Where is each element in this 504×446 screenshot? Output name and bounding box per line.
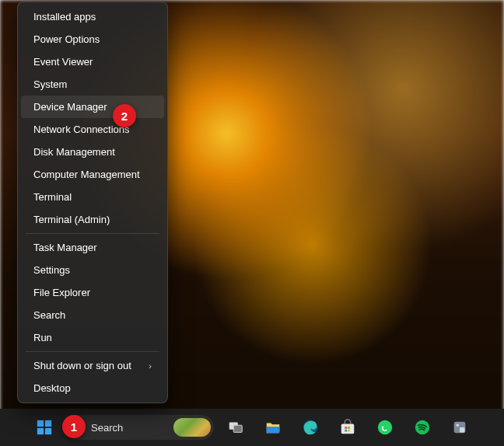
menu-separator (26, 233, 159, 234)
whatsapp-button[interactable] (369, 412, 401, 443)
svg-rect-10 (341, 423, 355, 434)
menu-separator (26, 351, 159, 352)
file-explorer-button[interactable] (257, 412, 289, 443)
app-button[interactable] (444, 412, 475, 443)
menu-item[interactable]: Terminal (21, 186, 164, 208)
folder-icon (264, 419, 282, 436)
svg-rect-13 (345, 430, 347, 432)
svg-rect-14 (348, 430, 350, 432)
spotify-icon (414, 419, 431, 436)
menu-item[interactable]: Shut down or sign out› (21, 354, 164, 377)
menu-item-label: Settings (33, 264, 70, 276)
menu-item[interactable]: System (21, 73, 164, 96)
winx-context-menu: Installed appsPower OptionsEvent ViewerS… (17, 2, 168, 403)
taskbar-search[interactable]: Search (66, 415, 214, 440)
menu-item[interactable]: Device Manager (21, 96, 164, 118)
svg-rect-0 (37, 420, 44, 427)
menu-item-label: Task Manager (33, 242, 97, 253)
menu-item-label: Run (33, 332, 52, 343)
spotify-button[interactable] (407, 412, 438, 443)
start-button[interactable] (29, 412, 60, 443)
menu-item[interactable]: Search (21, 304, 164, 326)
menu-item[interactable]: Terminal (Admin) (21, 208, 164, 231)
menu-item[interactable]: Disk Management (21, 141, 164, 163)
svg-rect-3 (45, 428, 51, 434)
store-button[interactable] (332, 412, 363, 443)
menu-item[interactable]: Task Manager (21, 236, 164, 259)
chevron-right-icon: › (149, 361, 152, 371)
menu-item-label: Search (33, 309, 65, 321)
menu-item-label: Shut down or sign out (33, 360, 131, 371)
callout-badge-2: 2 (113, 104, 136, 127)
task-view-button[interactable] (220, 412, 251, 443)
menu-item[interactable]: Installed apps (21, 5, 164, 28)
callout-badge-1: 1 (62, 415, 86, 438)
callout-number: 2 (121, 110, 128, 123)
menu-item-label: File Explorer (33, 287, 90, 298)
menu-item-label: Network Connections (33, 124, 130, 135)
svg-rect-19 (460, 427, 464, 432)
menu-item-label: Terminal (Admin) (33, 214, 110, 225)
menu-item[interactable]: Run (21, 326, 164, 349)
menu-item[interactable]: Event Viewer (21, 51, 164, 73)
windows-icon (36, 419, 53, 436)
task-view-icon (227, 419, 244, 436)
menu-item-label: System (33, 78, 67, 90)
menu-item-label: Disk Management (33, 146, 115, 158)
edge-icon (302, 419, 319, 436)
search-decor-image (173, 418, 211, 437)
menu-item-label: Terminal (33, 191, 72, 203)
menu-item-label: Installed apps (33, 11, 96, 23)
svg-rect-11 (345, 427, 347, 429)
menu-item[interactable]: File Explorer (21, 281, 164, 304)
whatsapp-icon (376, 419, 394, 436)
app-icon (451, 419, 468, 436)
svg-rect-7 (233, 425, 242, 432)
menu-item-label: Device Manager (33, 101, 107, 113)
callout-number: 1 (71, 420, 77, 434)
store-icon (339, 419, 356, 436)
svg-rect-1 (45, 420, 51, 427)
svg-point-18 (456, 423, 459, 427)
edge-button[interactable] (295, 412, 326, 443)
menu-item[interactable]: Computer Management (21, 163, 164, 186)
search-placeholder: Search (91, 422, 123, 434)
svg-rect-8 (267, 427, 280, 433)
menu-item[interactable]: Network Connections (21, 118, 164, 141)
svg-rect-2 (37, 428, 44, 434)
menu-item[interactable]: Settings (21, 259, 164, 281)
menu-item-label: Desktop (33, 382, 71, 394)
svg-point-15 (378, 420, 392, 434)
svg-rect-12 (348, 427, 350, 429)
menu-item-label: Power Options (33, 33, 100, 45)
menu-item-label: Computer Management (33, 169, 140, 180)
menu-item-label: Event Viewer (33, 56, 93, 68)
menu-item[interactable]: Power Options (21, 28, 164, 51)
menu-item[interactable]: Desktop (21, 377, 164, 399)
